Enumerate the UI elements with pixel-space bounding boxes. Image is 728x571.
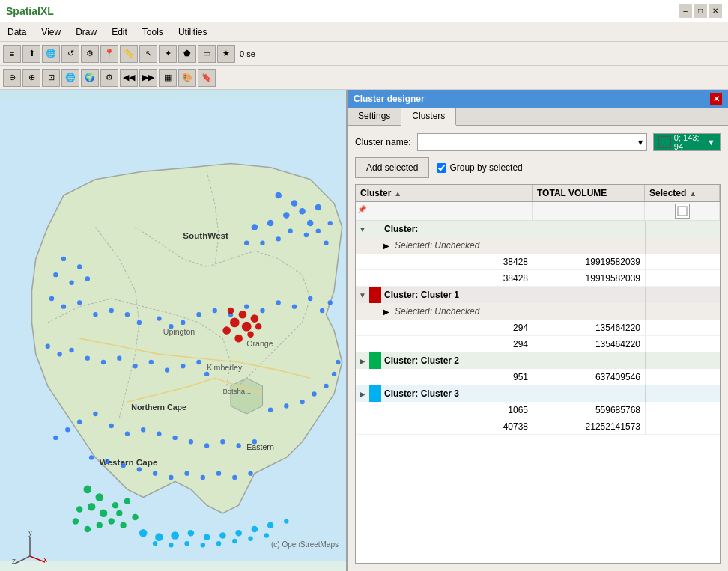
sub-row-1-unchecked[interactable]: ▶ Selected: Unchecked: [356, 303, 720, 320]
svg-point-98: [222, 326, 231, 335]
tool-rect[interactable]: ▭: [198, 45, 216, 63]
cluster-row-1[interactable]: ▼ Cluster: Cluster 1: [356, 287, 720, 303]
table-row[interactable]: 1065 559685768: [356, 402, 720, 418]
menu-view[interactable]: View: [34, 22, 68, 41]
tool-pin[interactable]: 📍: [100, 45, 118, 63]
cluster-row-2[interactable]: ▶ Cluster: Cluster 2: [356, 352, 720, 369]
svg-point-108: [124, 498, 130, 504]
tool-next[interactable]: ▶▶: [139, 69, 157, 87]
table-row[interactable]: 40738 21252141573: [356, 418, 720, 435]
cluster-name-input[interactable]: [417, 133, 647, 151]
expand-cluster3-button[interactable]: ▶: [356, 385, 369, 402]
tool-zoom-fit[interactable]: ⊡: [42, 69, 60, 87]
tool-settings[interactable]: ⚙: [81, 45, 99, 63]
svg-point-24: [324, 240, 328, 245]
svg-point-45: [276, 300, 281, 305]
tool-zoom-in-small[interactable]: ⊕: [22, 69, 40, 87]
tool-globe2[interactable]: 🌍: [81, 69, 99, 87]
svg-point-37: [157, 316, 161, 320]
svg-point-64: [300, 400, 304, 404]
color-picker-button[interactable]: 0; 143; 94 ▼: [653, 133, 721, 151]
svg-point-70: [77, 419, 82, 424]
menu-utilities[interactable]: Utilities: [171, 22, 215, 41]
maximize-button[interactable]: □: [694, 4, 707, 18]
expand-default-button[interactable]: ▼: [356, 221, 369, 237]
sub-row-default-unchecked[interactable]: ▶ Selected: Unchecked: [356, 237, 720, 254]
sub-sel-1: [645, 303, 720, 320]
add-selected-button[interactable]: Add selected: [355, 157, 429, 178]
th-selected[interactable]: Selected ▲: [645, 185, 720, 201]
cluster-label-1: Cluster: Cluster 1: [381, 287, 533, 303]
data-sel-3: [645, 320, 720, 335]
svg-point-67: [332, 372, 336, 376]
expand-cluster1-button[interactable]: ▼: [356, 287, 369, 303]
table-row[interactable]: 38428 19919582039: [356, 270, 720, 287]
tab-settings[interactable]: Settings: [348, 108, 401, 125]
tool-globe1[interactable]: 🌐: [61, 69, 79, 87]
cluster-sel-3: [645, 385, 720, 402]
close-window-button[interactable]: ✕: [709, 4, 722, 18]
data-sel-1: [645, 254, 720, 269]
tool-zoom-out-small[interactable]: ⊖: [3, 69, 21, 87]
tool-layers[interactable]: ≡: [3, 45, 21, 63]
th-cluster[interactable]: Cluster ▲: [356, 185, 533, 201]
group-by-checkbox[interactable]: [437, 163, 446, 173]
svg-point-74: [125, 431, 130, 436]
tool-undo[interactable]: ↺: [61, 45, 79, 63]
selected-filter-checkbox[interactable]: [675, 204, 690, 219]
svg-point-85: [121, 463, 125, 468]
svg-point-116: [76, 506, 82, 512]
tool-import[interactable]: ⬆: [22, 45, 40, 63]
svg-point-95: [242, 322, 252, 332]
svg-text:Eastern: Eastern: [246, 442, 274, 451]
svg-point-90: [201, 475, 205, 480]
panel-close-button[interactable]: ✕: [710, 93, 722, 105]
tool-grid[interactable]: ▦: [159, 69, 177, 87]
menu-data[interactable]: Data: [0, 22, 34, 41]
cluster-label-default: Cluster:: [381, 221, 533, 237]
svg-point-27: [53, 272, 58, 277]
svg-point-88: [169, 475, 173, 480]
data-indent: [356, 254, 393, 269]
tool-bookmark[interactable]: 🔖: [198, 69, 216, 87]
menu-draw[interactable]: Draw: [68, 22, 104, 41]
sub-label-default: Selected: Unchecked: [392, 237, 533, 254]
tool-select[interactable]: ↖: [139, 45, 157, 63]
svg-point-91: [216, 471, 221, 475]
svg-point-127: [153, 541, 157, 546]
svg-point-13: [307, 220, 313, 226]
minimize-button[interactable]: –: [679, 4, 692, 18]
tool-export[interactable]: 🌐: [42, 45, 60, 63]
cluster-row-3[interactable]: ▶ Cluster: Cluster 3: [356, 385, 720, 402]
table-row[interactable]: 294 135464220: [356, 336, 720, 352]
expand-cluster2-button[interactable]: ▶: [356, 352, 369, 369]
table-body[interactable]: 📌 ▼: [356, 202, 720, 563]
menu-tools[interactable]: Tools: [135, 22, 171, 41]
tool-point[interactable]: ✦: [159, 45, 177, 63]
tool-prev[interactable]: ◀◀: [120, 69, 138, 87]
svg-point-25: [61, 257, 66, 261]
cluster-row-default[interactable]: ▼ Cluster:: [356, 221, 720, 237]
svg-text:Upington: Upington: [163, 327, 195, 336]
table-row[interactable]: 38428 19919582039: [356, 254, 720, 270]
svg-point-83: [89, 455, 94, 459]
menu-edit[interactable]: Edit: [104, 22, 135, 41]
sub-expand-1-icon[interactable]: ▶: [381, 303, 392, 320]
th-volume[interactable]: TOTAL VOLUME: [533, 185, 645, 201]
svg-point-80: [220, 439, 225, 444]
sub-expand-icon[interactable]: ▶: [381, 237, 392, 254]
tab-clusters[interactable]: Clusters: [401, 108, 456, 126]
tool-polygon[interactable]: ⬟: [178, 45, 196, 63]
tool-gear[interactable]: ⚙: [100, 69, 118, 87]
cluster-volume-default: [533, 221, 645, 237]
map-area[interactable]: SouthWest Upington Kimberley Botsha... O…: [0, 90, 346, 571]
map-axis: y z x: [11, 526, 49, 564]
svg-point-59: [181, 364, 185, 368]
tool-star[interactable]: ★: [217, 45, 235, 63]
tool-line[interactable]: 📏: [120, 45, 138, 63]
svg-point-79: [204, 443, 209, 448]
tool-palette[interactable]: 🎨: [178, 69, 196, 87]
table-row[interactable]: 294 135464220: [356, 320, 720, 336]
table-row[interactable]: 951 637409546: [356, 369, 720, 385]
svg-point-12: [299, 208, 305, 214]
